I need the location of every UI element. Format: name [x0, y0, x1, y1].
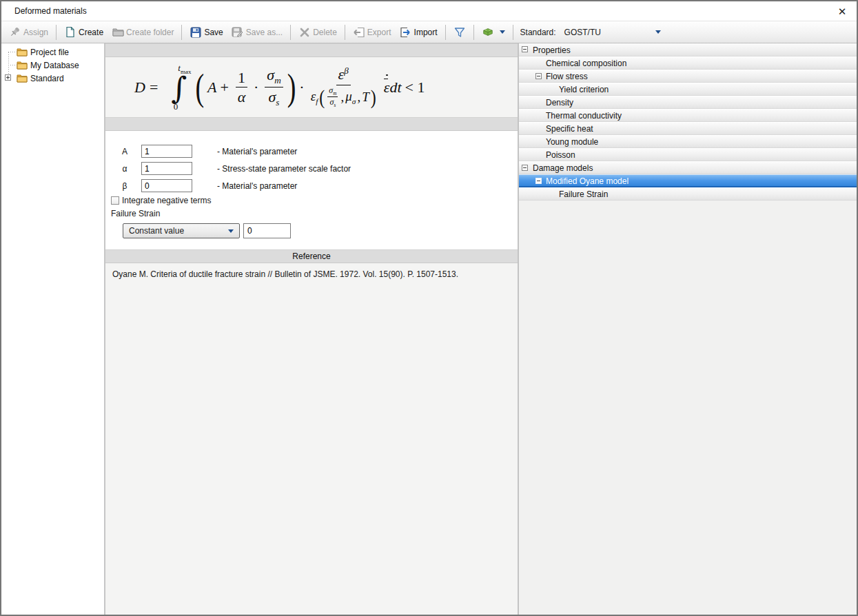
failure-strain-label: Failure Strain [111, 209, 160, 218]
toolbar-button-label: Assign [23, 28, 48, 37]
standard-group: Standard: GOST/TU [520, 26, 664, 39]
assign-button[interactable]: Assign [6, 24, 52, 41]
failure-strain-type-select[interactable]: Constant value [123, 223, 240, 238]
toolbar-separator [473, 25, 474, 40]
formula-A: A [207, 79, 216, 96]
expand-plus-icon[interactable] [5, 74, 11, 81]
toolbar-button-label: Create folder [126, 28, 174, 37]
toolbar-separator [513, 25, 513, 40]
tree-row-label: Poisson [546, 150, 575, 160]
row-flow-stress[interactable]: Flow stress [519, 70, 857, 83]
export-arrow-icon [353, 26, 365, 39]
toolbar-separator [345, 25, 345, 40]
save-as-button[interactable]: Save as... [228, 24, 286, 41]
tree-item-standard[interactable]: Standard [1, 72, 104, 85]
formula-cdot: · [299, 79, 304, 96]
funnel-icon [453, 26, 466, 39]
toolbar-button-label: Save as... [246, 28, 283, 37]
folder-icon [17, 74, 28, 83]
pin-icon [9, 26, 21, 39]
param-beta-description: - Material's parameter [217, 181, 297, 191]
filter-button[interactable] [450, 24, 469, 41]
create-folder-button[interactable]: Create folder [108, 24, 177, 41]
collapse-minus-icon[interactable] [535, 178, 542, 184]
toolbar-button-label: Delete [313, 28, 337, 37]
toolbar-button-label: Export [367, 28, 391, 37]
database-tree-panel: Project file My Database Standard [1, 43, 105, 615]
deformed-materials-window: Deformed materials ✕ Assign Create Creat… [0, 0, 858, 616]
integral-sign: ∫ [171, 72, 187, 104]
integrate-negative-terms-checkbox[interactable] [111, 196, 119, 205]
standard-select[interactable]: GOST/TU [562, 26, 664, 39]
formula-area: D = tmax ∫ 0 ( A + 1 α · [105, 57, 518, 117]
toolbar-separator [445, 25, 446, 40]
save-button[interactable]: Save [186, 24, 226, 41]
row-specific-heat[interactable]: Specific heat [519, 122, 857, 135]
chevron-down-icon [228, 229, 234, 233]
material-database-button[interactable] [478, 24, 509, 41]
tree-item-my-database[interactable]: My Database [1, 59, 104, 72]
formula-d: D [134, 79, 145, 96]
row-thermal-conductivity[interactable]: Thermal conductivity [519, 109, 857, 122]
tree-row-label: Failure Strain [559, 189, 608, 199]
formula-dt: dt [389, 79, 401, 96]
formula-lparen: ( [194, 68, 205, 105]
title-bar: Deformed materials ✕ [1, 1, 857, 21]
frac-eps-over-failure-strain: εβ εf ( σm σs , μσ , [311, 65, 376, 109]
create-button[interactable]: Create [61, 24, 107, 41]
toolbar: Assign Create Create folder Save S [1, 21, 857, 43]
row-poisson[interactable]: Poisson [519, 148, 857, 161]
collapse-minus-icon[interactable] [522, 46, 528, 52]
row-young-module[interactable]: Young module [519, 135, 857, 148]
param-beta-input[interactable] [141, 179, 192, 192]
tree-row-label: Young module [546, 137, 598, 147]
tree-row-label: Yield criterion [559, 85, 609, 94]
folder-icon [17, 48, 28, 57]
tree-row-label: Thermal conductivity [546, 111, 622, 121]
cross-icon [298, 26, 311, 39]
tree-item-project-file[interactable]: Project file [1, 45, 104, 59]
import-button[interactable]: Import [396, 24, 441, 41]
collapse-minus-icon[interactable] [522, 165, 528, 171]
param-symbol-alpha: α [119, 164, 130, 174]
new-document-icon [64, 26, 76, 39]
row-chemical-composition[interactable]: Chemical composition [519, 57, 857, 70]
tree-item-label: Project file [30, 48, 69, 57]
row-modified-oyane-model[interactable]: Modified Oyane model [519, 174, 857, 187]
floppy-icon [190, 26, 202, 39]
row-failure-strain[interactable]: Failure Strain [519, 187, 857, 201]
reference-text: Oyane M. Criteria of ductile fracture st… [112, 269, 458, 279]
oyane-damage-formula: D = tmax ∫ 0 ( A + 1 α · [134, 63, 425, 112]
section-band-top [105, 43, 518, 57]
row-density[interactable]: Density [519, 96, 857, 109]
toolbar-button-label: Import [414, 28, 438, 37]
reference-header-band: Reference [105, 249, 518, 263]
toolbar-button-label: Create [79, 28, 103, 37]
frac-sigma-m-over-sigma-s: σm σs [265, 66, 283, 107]
chevron-down-icon [655, 30, 661, 34]
content-area: Project file My Database Standard [1, 43, 857, 615]
failure-strain-value-input[interactable] [243, 223, 291, 238]
integral-block: tmax ∫ 0 [167, 63, 191, 112]
tree-row-label: Chemical composition [546, 59, 626, 68]
delete-button[interactable]: Delete [295, 24, 340, 41]
green-brick-icon [482, 26, 494, 39]
formula-strain-rate: ε [384, 79, 390, 96]
window-title: Deformed materials [14, 6, 87, 16]
param-alpha-description: - Stress-state parameter scale factor [217, 164, 351, 174]
folder-icon [17, 61, 28, 70]
param-A-input[interactable] [141, 145, 192, 158]
tree-item-label: Standard [30, 74, 64, 83]
param-symbol-A: A [119, 147, 130, 156]
collapse-minus-icon[interactable] [535, 73, 542, 79]
row-yield-criterion[interactable]: Yield criterion [519, 83, 857, 96]
close-icon[interactable]: ✕ [835, 4, 850, 19]
formula-plus: + [221, 79, 229, 96]
tree-row-label: Damage models [533, 163, 593, 173]
formula-cdot: · [254, 79, 258, 96]
row-damage-models[interactable]: Damage models [519, 161, 857, 174]
row-properties[interactable]: Properties [519, 43, 857, 57]
frac-one-over-alpha: 1 α [236, 69, 247, 106]
export-button[interactable]: Export [349, 24, 395, 41]
param-alpha-input[interactable] [141, 162, 192, 175]
